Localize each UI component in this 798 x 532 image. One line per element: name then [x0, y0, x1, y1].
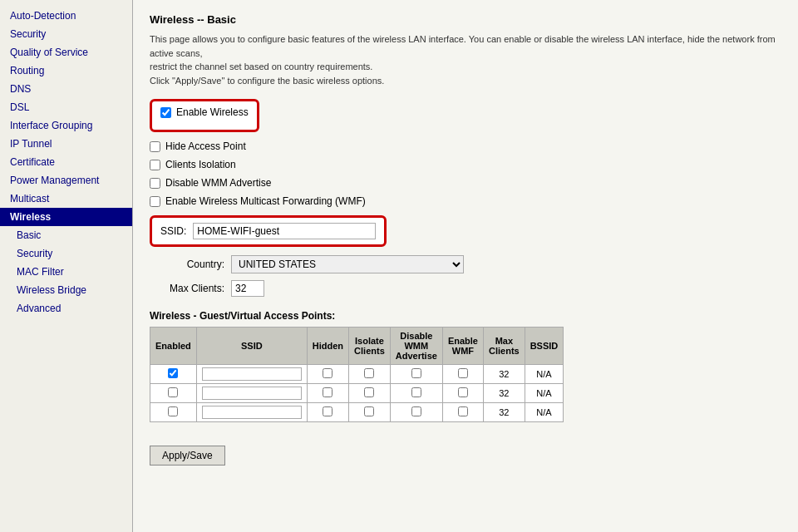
country-select[interactable]: UNITED STATESCANADAUNITED KINGDOMAUSTRAL… [231, 255, 464, 273]
sidebar-item-quality-of-service[interactable]: Quality of Service [0, 43, 132, 62]
th-ssid: SSID [196, 328, 307, 365]
max-clients-input[interactable] [231, 280, 264, 297]
clients-isolation-checkbox[interactable] [150, 160, 160, 170]
guest-row-0-max-clients: 32 [483, 365, 525, 384]
sidebar-item-mac-filter[interactable]: MAC Filter [0, 263, 132, 281]
sidebar-item-certificate[interactable]: Certificate [0, 153, 132, 171]
guest-row-2-bssid: N/A [525, 403, 564, 422]
th-isolate: IsolateClients [349, 328, 391, 365]
hide-access-point-checkbox[interactable] [150, 141, 160, 152]
guest-row-1-hidden-checkbox[interactable] [323, 387, 332, 397]
ssid-label: SSID: [160, 225, 186, 237]
sidebar-item-routing[interactable]: Routing [0, 62, 132, 80]
table-row: 32N/A [150, 365, 564, 384]
sidebar-item-wireless[interactable]: Wireless [0, 208, 132, 226]
sidebar: Auto-DetectionSecurityQuality of Service… [0, 0, 133, 532]
guest-row-0-hidden-checkbox[interactable] [323, 368, 332, 378]
country-label: Country: [150, 259, 224, 270]
enable-wireless-row: Enable Wireless [160, 106, 249, 118]
sidebar-item-wireless-bridge[interactable]: Wireless Bridge [0, 281, 132, 299]
enable-wireless-checkbox[interactable] [160, 107, 171, 118]
hide-access-point-label: Hide Access Point [165, 140, 246, 152]
th-disable-wmm: DisableWMMAdvertise [390, 328, 442, 365]
disable-wmm-checkbox[interactable] [150, 178, 160, 189]
th-bssid: BSSID [525, 328, 564, 365]
guest-row-2-hidden-checkbox[interactable] [323, 406, 332, 416]
th-enabled: Enabled [150, 328, 197, 365]
guest-row-1-bssid: N/A [525, 384, 564, 403]
guest-row-1-ssid-input[interactable] [202, 387, 302, 400]
guest-table-title: Wireless - Guest/Virtual Access Points: [150, 310, 781, 322]
sidebar-item-advanced[interactable]: Advanced [0, 299, 132, 318]
ssid-input[interactable] [193, 223, 376, 239]
guest-row-1-max-clients: 32 [483, 384, 525, 403]
guest-row-0-enable-wmf-checkbox[interactable] [458, 368, 468, 378]
sidebar-item-auto-detection[interactable]: Auto-Detection [0, 7, 132, 25]
clients-isolation-row: Clients Isolation [150, 159, 781, 170]
guest-row-1-disable-wmm-checkbox[interactable] [411, 387, 421, 397]
disable-wmm-row: Disable WMM Advertise [150, 177, 781, 189]
sidebar-item-dsl[interactable]: DSL [0, 98, 132, 116]
th-max-clients: MaxClients [483, 328, 525, 365]
ssid-container: SSID: [150, 215, 387, 247]
guest-row-2-max-clients: 32 [483, 403, 525, 422]
sidebar-item-power-management[interactable]: Power Management [0, 171, 132, 190]
guest-row-1-enabled-checkbox[interactable] [168, 387, 178, 397]
guest-row-0-bssid: N/A [525, 365, 564, 384]
apply-save-button[interactable]: Apply/Save [150, 446, 225, 466]
table-header-row: Enabled SSID Hidden IsolateClients Disab… [150, 328, 564, 365]
enable-wmf-checkbox[interactable] [150, 196, 160, 207]
table-row: 32N/A [150, 403, 564, 422]
enable-wmf-label: Enable Wireless Multicast Forwarding (WM… [165, 195, 366, 207]
sidebar-item-basic[interactable]: Basic [0, 226, 132, 244]
max-clients-label: Max Clients: [150, 283, 224, 294]
sidebar-item-interface-grouping[interactable]: Interface Grouping [0, 116, 132, 135]
th-hidden: Hidden [307, 328, 348, 365]
guest-row-2-enable-wmf-checkbox[interactable] [458, 406, 468, 416]
country-row: Country: UNITED STATESCANADAUNITED KINGD… [150, 255, 781, 273]
disable-wmm-label: Disable WMM Advertise [165, 177, 271, 189]
guest-row-0-isolate-checkbox[interactable] [364, 368, 374, 378]
sidebar-item-multicast[interactable]: Multicast [0, 190, 132, 208]
sidebar-item-dns[interactable]: DNS [0, 80, 132, 98]
sidebar-item-security[interactable]: Security [0, 25, 132, 43]
main-content: Wireless -- Basic This page allows you t… [133, 0, 798, 532]
guest-row-1-enable-wmf-checkbox[interactable] [458, 387, 468, 397]
guest-row-0-disable-wmm-checkbox[interactable] [411, 368, 421, 378]
page-title: Wireless -- Basic [150, 13, 781, 26]
enable-wireless-container: Enable Wireless [150, 99, 259, 132]
th-enable-wmf: EnableWMF [442, 328, 483, 365]
enable-wmf-row: Enable Wireless Multicast Forwarding (WM… [150, 195, 781, 207]
guest-table: Enabled SSID Hidden IsolateClients Disab… [150, 327, 564, 422]
enable-wireless-label: Enable Wireless [176, 106, 249, 118]
guest-row-2-ssid-input[interactable] [202, 406, 302, 419]
guest-row-0-ssid-input[interactable] [202, 367, 302, 381]
max-clients-row: Max Clients: [150, 280, 781, 297]
clients-isolation-label: Clients Isolation [165, 159, 236, 170]
guest-row-0-enabled-checkbox[interactable] [168, 368, 178, 378]
guest-row-1-isolate-checkbox[interactable] [364, 387, 374, 397]
table-row: 32N/A [150, 384, 564, 403]
sidebar-item-security[interactable]: Security [0, 244, 132, 263]
hide-access-point-row: Hide Access Point [150, 140, 781, 152]
guest-row-2-disable-wmm-checkbox[interactable] [411, 406, 421, 416]
guest-row-2-isolate-checkbox[interactable] [364, 406, 374, 416]
page-description: This page allows you to configure basic … [150, 32, 781, 87]
guest-row-2-enabled-checkbox[interactable] [168, 406, 178, 416]
sidebar-item-ip-tunnel[interactable]: IP Tunnel [0, 135, 132, 153]
